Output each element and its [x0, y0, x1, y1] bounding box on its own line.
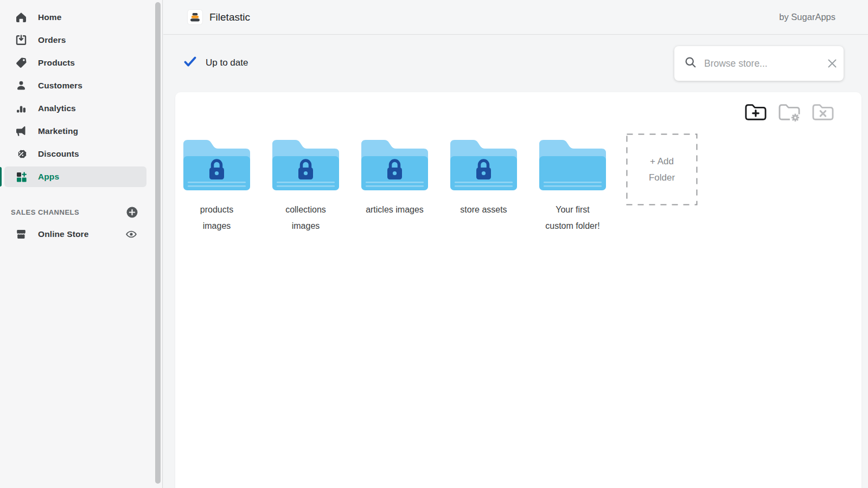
sidebar-item-label: Products [38, 58, 75, 68]
search-input[interactable] [704, 58, 826, 69]
sidebar: Home Orders Products Customers Analytics [0, 0, 163, 488]
folder-collections-images[interactable]: collections images [270, 137, 341, 234]
sidebar-item-online-store[interactable]: Online Store [0, 222, 153, 246]
sidebar-item-label: Orders [38, 35, 66, 45]
analytics-icon [15, 102, 28, 115]
orders-icon [15, 34, 28, 47]
sidebar-item-orders[interactable]: Orders [0, 29, 153, 52]
filetastic-stack-icon [188, 10, 202, 24]
sidebar-item-marketing[interactable]: Marketing [0, 120, 153, 143]
folder-custom[interactable]: Your first custom folder! [537, 137, 608, 234]
locked-folder-icon [181, 137, 252, 191]
marketing-icon [15, 125, 28, 138]
sidebar-scrollbar[interactable] [155, 2, 161, 484]
folder-store-assets[interactable]: store assets [448, 137, 519, 218]
sidebar-item-label: Online Store [38, 229, 88, 239]
discounts-icon [15, 147, 28, 160]
sidebar-nav: Home Orders Products Customers Analytics [0, 6, 153, 188]
status-text: Up to date [206, 57, 248, 68]
locked-folder-icon [448, 137, 519, 191]
sidebar-item-analytics[interactable]: Analytics [0, 97, 153, 120]
folder-actions-toolbar [744, 101, 834, 122]
folder-label: articles images [366, 202, 424, 218]
folder-label: collections images [277, 202, 335, 234]
folder-grid: products images collections images [181, 137, 698, 234]
folder-products-images[interactable]: products images [181, 137, 252, 234]
sidebar-item-customers[interactable]: Customers [0, 74, 153, 97]
folder-gear-icon[interactable] [778, 101, 801, 122]
sidebar-item-label: Marketing [38, 126, 78, 136]
checkmark-icon [183, 56, 197, 70]
locked-folder-icon [359, 137, 430, 191]
apps-icon [15, 170, 28, 183]
sidebar-item-discounts[interactable]: Discounts [0, 143, 153, 165]
folder-label: Your first custom folder! [544, 202, 602, 234]
customers-icon [15, 79, 28, 92]
sales-channels-header: SALES CHANNELS [0, 205, 153, 219]
storefront-icon [15, 228, 28, 241]
selected-indicator [0, 167, 2, 187]
sidebar-item-label: Home [38, 12, 61, 22]
sync-status: Up to date [183, 56, 248, 70]
sidebar-item-apps[interactable]: Apps [0, 165, 153, 188]
main-content: Filetastic by SugarApps Up to date [163, 0, 868, 488]
search-icon [684, 56, 697, 71]
add-folder-label: + Add Folder [642, 153, 682, 186]
products-icon [15, 56, 28, 69]
eye-icon[interactable] [125, 228, 137, 240]
close-icon[interactable] [826, 57, 838, 69]
sidebar-item-label: Customers [38, 81, 82, 91]
folder-plus-icon[interactable] [744, 101, 767, 122]
sidebar-item-label: Apps [38, 172, 59, 182]
sidebar-item-label: Analytics [38, 104, 76, 113]
folders-card: products images collections images [175, 92, 861, 488]
folder-icon [537, 137, 608, 191]
folder-label: products images [188, 202, 246, 234]
sidebar-item-products[interactable]: Products [0, 52, 153, 74]
add-folder-button[interactable]: + Add Folder [626, 133, 698, 206]
home-icon [15, 11, 28, 24]
sales-channels-title: SALES CHANNELS [11, 208, 79, 216]
folder-articles-images[interactable]: articles images [359, 137, 430, 218]
app-byline: by SugarApps [779, 12, 835, 22]
sidebar-item-label: Discounts [38, 149, 79, 159]
locked-folder-icon [270, 137, 341, 191]
sidebar-item-home[interactable]: Home [0, 6, 153, 29]
plus-circle-icon[interactable] [126, 206, 138, 219]
store-search [674, 46, 844, 81]
folder-delete-icon[interactable] [812, 101, 834, 122]
page-title: Filetastic [209, 11, 250, 23]
folder-label: store assets [455, 202, 513, 218]
app-header: Filetastic by SugarApps [163, 0, 868, 35]
